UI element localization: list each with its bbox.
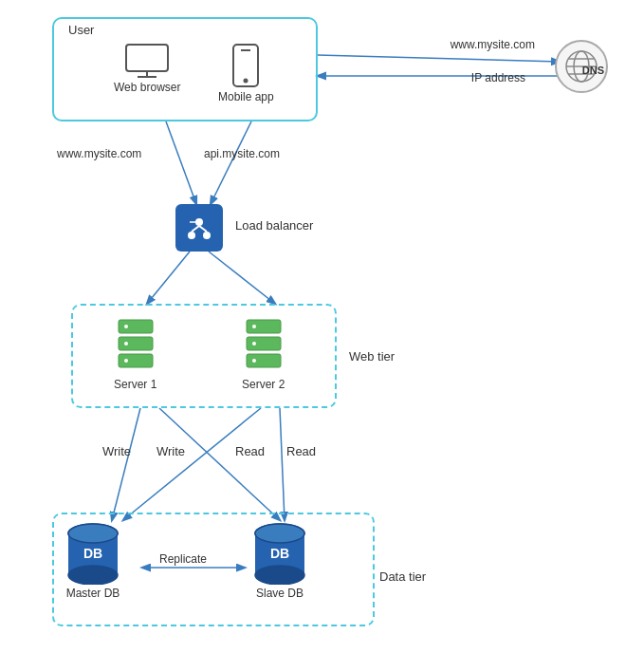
svg-point-37 — [252, 325, 256, 328]
master-db-icon: DB — [64, 520, 121, 585]
svg-point-39 — [252, 359, 256, 363]
write2-label: Write — [156, 444, 185, 458]
svg-point-47 — [255, 566, 304, 585]
web-browser-icon — [124, 43, 170, 79]
data-tier-label: Data tier — [379, 569, 426, 584]
svg-rect-28 — [119, 320, 153, 333]
write1-label: Write — [102, 444, 131, 458]
svg-rect-34 — [247, 320, 281, 333]
slave-db-container: DB Slave DB — [251, 520, 308, 600]
master-db-label: Master DB — [66, 587, 120, 600]
svg-point-42 — [68, 566, 118, 585]
server1-container: Server 1 — [114, 318, 156, 391]
master-db-container: DB Master DB — [64, 520, 121, 600]
replicate-label: Replicate — [159, 552, 207, 566]
svg-point-24 — [203, 232, 211, 239]
slave-db-icon: DB — [251, 520, 308, 585]
svg-rect-30 — [119, 354, 153, 367]
server1-icon — [115, 318, 156, 375]
svg-line-3 — [211, 121, 251, 204]
svg-point-33 — [124, 359, 128, 363]
web-tier-label: Web tier — [349, 349, 395, 364]
web-browser-label: Web browser — [114, 81, 180, 94]
slave-db-label: Slave DB — [256, 587, 304, 600]
svg-point-38 — [252, 342, 256, 345]
svg-line-0 — [318, 55, 560, 62]
architecture-diagram: User Web browser Mobile app DNS www.mysi — [0, 0, 644, 653]
svg-line-4 — [147, 252, 190, 304]
svg-line-6 — [112, 408, 140, 520]
svg-rect-11 — [126, 45, 168, 71]
svg-text:DB: DB — [83, 546, 102, 561]
mobile-app-label: Mobile app — [218, 90, 274, 103]
svg-line-26 — [199, 226, 207, 232]
www-mysite-arrow-label: www.mysite.com — [451, 38, 535, 51]
load-balancer-svg — [184, 213, 214, 243]
www-mysite-left-label: www.mysite.com — [57, 147, 141, 160]
svg-point-43 — [68, 524, 118, 543]
web-browser-icon-container: Web browser — [114, 43, 180, 94]
svg-point-15 — [244, 79, 248, 84]
server2-icon — [243, 318, 285, 375]
svg-line-7 — [159, 408, 280, 520]
svg-point-48 — [255, 524, 304, 543]
api-mysite-label: api.mysite.com — [204, 147, 280, 160]
svg-line-8 — [123, 408, 261, 520]
server2-container: Server 2 — [242, 318, 285, 391]
load-balancer-label: Load balancer — [235, 218, 313, 233]
svg-line-5 — [209, 252, 275, 304]
svg-rect-35 — [247, 337, 281, 350]
load-balancer-icon — [175, 204, 223, 252]
server1-label: Server 1 — [114, 378, 156, 391]
svg-rect-36 — [247, 354, 281, 367]
read2-label: Read — [286, 444, 316, 458]
mobile-app-icon-container: Mobile app — [218, 43, 274, 103]
user-label: User — [68, 23, 94, 37]
svg-line-9 — [280, 408, 285, 520]
svg-line-2 — [166, 121, 196, 204]
ip-address-label: IP address — [471, 71, 525, 84]
mobile-app-icon — [231, 43, 260, 88]
svg-text:DB: DB — [270, 546, 289, 561]
svg-point-23 — [188, 232, 195, 239]
svg-point-32 — [124, 342, 128, 345]
svg-point-31 — [124, 325, 128, 328]
svg-rect-29 — [119, 337, 153, 350]
server2-label: Server 2 — [242, 378, 285, 391]
web-tier-box — [71, 304, 337, 408]
dns-label: DNS — [582, 65, 604, 76]
svg-line-25 — [192, 226, 199, 232]
read1-label: Read — [235, 444, 265, 458]
